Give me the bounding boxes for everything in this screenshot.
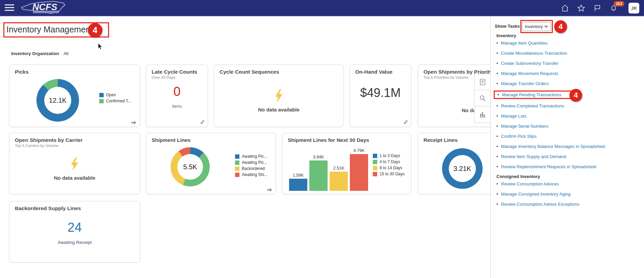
bullet: •: [496, 113, 498, 119]
card-title: Shipment Lines for Next 30 Days: [288, 137, 369, 143]
task-list-item: •Manage Pending Transactions4: [496, 91, 643, 99]
legend-label: Open: [106, 93, 116, 97]
tasks-panel: Show Tasks Inventory 4 Inventory•Manage …: [491, 16, 644, 278]
ncfs-logo[interactable]: NCFS North Carolina Financial System: [19, 0, 70, 16]
task-link[interactable]: Manage Movement Requests: [501, 71, 559, 76]
tasks-section-list: •Review Consumption Advices•Manage Consi…: [496, 181, 643, 207]
menu-icon[interactable]: [5, 4, 14, 12]
shipment-lines-donut-chart: 5.5K: [171, 147, 210, 186]
card-cycle-count-sequences[interactable]: Cycle Count Sequences No data available: [214, 65, 344, 127]
card-receipt-lines[interactable]: Receipt Lines 3.21K: [418, 133, 491, 194]
legend-label: Backordered: [242, 166, 265, 171]
bullet: •: [496, 181, 498, 186]
task-link[interactable]: Review Consumption Advice Exceptions: [501, 202, 579, 207]
show-tasks-label: Show Tasks: [495, 24, 520, 29]
card-late-cycle-counts[interactable]: Late Cycle Counts Over 30 Days 0 Items: [146, 65, 208, 127]
task-link[interactable]: Review Consumption Advices: [501, 181, 559, 186]
card-backordered-supply-lines[interactable]: Backordered Supply Lines 24 Awaiting Rec…: [9, 201, 140, 262]
bar-chart-icon[interactable]: [474, 106, 491, 123]
flag-announcements-icon[interactable]: [593, 3, 602, 13]
card-subtitle: Over 30 Days: [152, 75, 175, 79]
bar-chart: 1.58K3.94K2.51K4.79K: [289, 154, 368, 191]
legend-swatch: [99, 99, 104, 103]
bar-value-label: 1.58K: [289, 173, 307, 178]
card-title: On-Hand Value: [355, 69, 392, 75]
favorites-star-icon[interactable]: [576, 3, 586, 13]
bullet: •: [496, 164, 498, 169]
inventory-organization-filter[interactable]: Inventory Organization All: [11, 51, 69, 56]
expand-icon[interactable]: [200, 120, 205, 125]
bullet: •: [496, 192, 498, 197]
org-filter-value[interactable]: All: [63, 51, 68, 56]
task-link[interactable]: Manage Lots: [501, 113, 526, 119]
task-link[interactable]: Manage Serial Numbers: [501, 124, 548, 129]
bullet: •: [496, 202, 498, 207]
card-shipment-lines-next-30-days[interactable]: Shipment Lines for Next 30 Days 1.58K3.9…: [282, 133, 411, 194]
picks-donut-chart: 12.1K: [36, 79, 79, 122]
drill-arrow-icon[interactable]: [131, 120, 137, 125]
bar-1 to 3 Days: 1.58K: [289, 179, 307, 191]
annotation-step-badge: 4: [554, 20, 567, 33]
legend-label: 1 to 3 Days: [380, 153, 400, 158]
home-icon[interactable]: [560, 3, 570, 13]
task-link[interactable]: Confirm Pick Slips: [501, 134, 537, 139]
card-shipment-lines[interactable]: Shipment Lines 5.5K Awaiting Pic...Await…: [146, 133, 276, 194]
donut-center-value: 12.1K: [49, 97, 67, 104]
task-link[interactable]: Manage Pending Transactions: [502, 92, 562, 97]
task-link[interactable]: Manage Consigned Inventory Aging: [501, 192, 571, 197]
card-subtitle: Top 5 Carriers by Volume: [15, 144, 58, 148]
shipment-lines-legend: Awaiting Pic...Awaiting Pic...Backordere…: [235, 154, 267, 178]
notifications-bell-icon[interactable]: 253: [609, 3, 618, 13]
card-on-hand-value[interactable]: On-Hand Value $49.1M: [350, 65, 411, 127]
legend-item: Confirmed T...: [99, 99, 131, 103]
tasks-list: Inventory•Manage Item Quantities•Create …: [496, 33, 643, 211]
card-picks[interactable]: Picks 12.1K OpenConfirmed T...: [9, 65, 140, 127]
legend-swatch: [235, 167, 239, 171]
task-link[interactable]: Manage Item Quantities: [501, 41, 548, 46]
task-link[interactable]: Manage Inventory Balance Messages in Spr…: [501, 144, 606, 149]
tasks-section-heading: Inventory: [496, 33, 643, 38]
legend-swatch: [235, 160, 239, 165]
no-data-text: No data available: [9, 175, 140, 181]
bar-value-label: 2.51K: [330, 166, 348, 171]
card-open-shipments-by-carrier[interactable]: Open Shipments by Carrier Top 5 Carriers…: [9, 133, 140, 194]
task-list-item: •Manage Inventory Balance Messages in Sp…: [496, 143, 643, 150]
task-link[interactable]: Create Subinventory Transfer: [501, 61, 559, 66]
legend-swatch: [373, 166, 377, 170]
bar-value-label: 4.79K: [350, 148, 368, 153]
legend-item: Open: [99, 93, 131, 97]
search-icon[interactable]: [474, 90, 491, 106]
card-title: Cycle Count Sequences: [220, 69, 279, 75]
bullet: •: [497, 92, 499, 97]
task-link[interactable]: Review Item Supply and Demand: [501, 154, 566, 159]
show-tasks-dropdown[interactable]: Inventory: [522, 22, 551, 31]
task-link[interactable]: Manage Transfer Orders: [501, 81, 549, 86]
task-list-item: •Review Completed Transactions: [496, 103, 643, 109]
user-avatar[interactable]: JR: [628, 3, 639, 14]
card-title: Backordered Supply Lines: [15, 205, 81, 211]
task-list-item: •Review Item Supply and Demand: [496, 153, 643, 160]
task-link[interactable]: Create Miscellaneous Transaction: [501, 51, 567, 56]
task-link[interactable]: Review Completed Transactions: [501, 103, 564, 108]
notes-icon[interactable]: [474, 74, 491, 90]
bullet: •: [496, 81, 498, 86]
late-cycle-count-caption: Items: [146, 104, 208, 109]
bullet: •: [496, 144, 498, 149]
lightning-bolt-icon: [274, 89, 284, 103]
drill-arrow-icon[interactable]: [267, 187, 273, 192]
legend-item: Awaiting Shi...: [235, 172, 267, 177]
card-title: Late Cycle Counts: [152, 69, 197, 75]
task-link[interactable]: Review Replenishment Requests in Spreads…: [501, 164, 597, 169]
legend-label: 15 to 30 Days: [380, 172, 405, 176]
bar-rect: [289, 179, 307, 191]
bullet: •: [496, 71, 498, 76]
expand-icon[interactable]: [403, 120, 408, 125]
task-list-item: •Review Consumption Advice Exceptions: [496, 201, 643, 207]
task-list-item: •Manage Movement Requests: [496, 70, 643, 77]
infolet-toolbar: [474, 74, 491, 123]
backordered-value: 24: [9, 220, 140, 235]
app-header: NCFS North Carolina Financial System 253…: [0, 0, 644, 16]
card-title: Open Shipments by Carrier: [15, 137, 83, 143]
card-title: Picks: [15, 69, 29, 75]
no-data-text: No data available: [214, 107, 343, 112]
